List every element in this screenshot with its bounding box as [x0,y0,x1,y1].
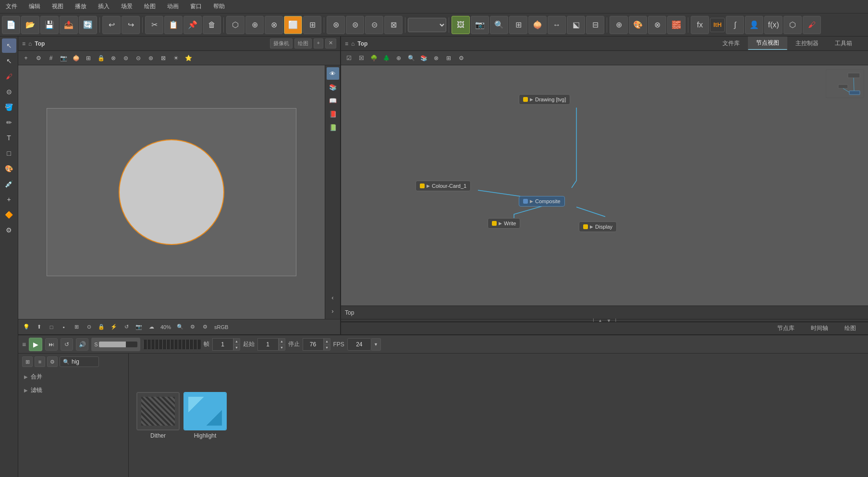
vp-plus2-btn[interactable]: ⊠ [158,52,169,64]
nt-check-btn[interactable]: ☑ [343,52,355,64]
paste-btn[interactable]: 📌 [183,16,202,34]
play-button[interactable]: ▶ [29,338,42,351]
open-file-btn[interactable]: 📂 [21,16,39,34]
fps-input[interactable] [347,338,371,351]
vb-flash-btn[interactable]: ⚡ [109,322,119,332]
vb-settings2-btn[interactable]: ⚙ [200,322,210,332]
vb-settings-btn[interactable]: ⚙ [187,322,198,332]
layer-add-icon[interactable]: ⊞ [22,356,33,367]
node-menu-icon[interactable]: ≡ [345,40,348,47]
node-display[interactable]: ▶ Display [579,221,617,232]
layer-item-merge[interactable]: ▶ 合并 [22,370,124,383]
onion-skin-btn[interactable]: 🧅 [528,16,547,34]
viewport-menu-icon[interactable]: ≡ [22,40,25,47]
tab-drawing-bottom[interactable]: 绘图 [836,322,864,335]
export-btn[interactable]: 📤 [60,16,78,34]
layer-add-btn[interactable]: ⊕ [610,16,628,34]
layer-item-filter[interactable]: ▶ 滤镜 [22,383,124,397]
pivot-btn[interactable]: ⊞ [303,16,321,34]
vb-rect-btn[interactable]: □ [46,322,57,332]
viewport-canvas[interactable] [18,65,325,319]
cut-btn[interactable]: ✂ [145,16,163,34]
stack3-btn[interactable]: 📕 [327,108,339,120]
menu-draw[interactable]: 绘图 [142,1,158,12]
vb-zoom-btn[interactable]: 🔍 [175,322,185,332]
vb-light-btn[interactable]: 💡 [21,322,32,332]
vp-bone-btn[interactable]: ⊗ [108,52,119,64]
render-btn[interactable]: 🖼 [452,16,470,34]
deform-tool[interactable]: 🔶 [2,208,16,222]
vp-light-btn[interactable]: ☀ [170,52,182,64]
drawing-btn[interactable]: 绘图 [294,38,312,49]
rigging-tool[interactable]: ⚙ [2,223,16,237]
start-up[interactable]: ▲ [279,338,285,344]
start-input[interactable] [257,338,279,351]
anim-btn[interactable]: ⬡ [783,16,802,34]
vp-transform-btn[interactable]: ⊞ [83,52,94,64]
deform-btn[interactable]: ⊗ [648,16,666,34]
vb-layout-btn[interactable]: ⊞ [71,322,82,332]
menu-help[interactable]: 帮助 [211,1,227,12]
camera-view-btn[interactable]: 📷 [471,16,489,34]
thumb-item-dither[interactable]: Dither [136,392,180,439]
s-slider[interactable] [99,342,137,347]
keyframe-btn[interactable]: ⊠ [384,16,403,34]
node-home-icon[interactable]: ⌂ [351,40,355,47]
brush-tool[interactable]: 🖌 [2,69,16,84]
tab-node-library[interactable]: 节点库 [769,322,803,335]
transform-btn[interactable]: ⬡ [226,16,245,34]
scrubber[interactable] [143,340,201,349]
frame-down[interactable]: ▼ [233,344,240,351]
chevron-left-btn[interactable]: ‹ [327,291,339,304]
vp-lock-btn[interactable]: 🔒 [95,52,107,64]
person-btn[interactable]: 👤 [745,16,763,34]
vb-refresh-btn[interactable]: ↺ [121,322,132,332]
node-canvas[interactable]: ▶ Drawing [tvg] ▶ Colour-Card_1 ▶ [341,65,868,306]
close-viewport-btn[interactable]: ✕ [325,38,336,49]
undo-btn[interactable]: ↩ [102,16,121,34]
vp-camera-btn[interactable]: 📷 [58,52,69,64]
expr-btn[interactable]: f(x) [764,16,782,34]
menu-edit[interactable]: 编辑 [27,1,42,12]
zoom-to-fit-btn[interactable]: 🔍 [490,16,508,34]
end-input[interactable] [303,338,324,351]
eyedrop-tool[interactable]: 💉 [2,177,16,191]
display-dropdown[interactable] [408,18,446,32]
vp-key-btn[interactable]: ⊝ [133,52,144,64]
eye-layer-btn[interactable]: 👁 [327,67,339,80]
rig-btn[interactable]: 🧱 [667,16,685,34]
rotate-btn[interactable]: ⊗ [265,16,283,34]
audio-btn[interactable]: 🔊 [76,338,88,351]
paint-tool[interactable]: 🎨 [2,161,16,176]
stack1-btn[interactable]: 📚 [327,81,339,93]
tab-node-view[interactable]: 节点视图 [748,37,787,50]
vp-arrow-btn[interactable]: ⊛ [145,52,157,64]
search-input[interactable] [72,358,96,365]
menu-file[interactable]: 文件 [4,1,19,12]
menu-insert[interactable]: 插入 [96,1,111,12]
menu-play[interactable]: 播放 [73,1,88,12]
viewport-home-icon[interactable]: ⌂ [28,40,32,47]
tab-master-controller[interactable]: 主控制器 [787,37,827,50]
redo-btn[interactable]: ↪ [122,16,140,34]
stack4-btn[interactable]: 📗 [327,121,339,134]
rect-tool[interactable]: □ [2,146,16,160]
chevron-right-btn[interactable]: › [327,305,339,317]
copy-btn[interactable]: 📋 [164,16,183,34]
flip-btn[interactable]: ↔ [548,16,566,34]
fx-btn[interactable]: fx [691,16,709,34]
menu-animate[interactable]: 动画 [165,1,181,12]
fps-dropdown-btn[interactable]: ▼ [371,338,381,351]
end-down[interactable]: ▼ [324,344,330,351]
camera-btn[interactable]: 摄像机 [270,38,293,49]
pencil-tool[interactable]: ✏ [2,115,16,130]
menu-scene[interactable]: 场景 [119,1,134,12]
vb-camera2-btn[interactable]: 📷 [134,322,144,332]
step-forward-btn[interactable]: ⏭ [45,338,58,351]
eraser-tool[interactable]: ⊝ [2,85,16,99]
vp-gear-btn[interactable]: ⚙ [33,52,44,64]
draw-btn[interactable]: ⬜ [284,16,302,34]
vp-star-btn[interactable]: ⭐ [183,52,194,64]
transform-tool[interactable]: ↖ [2,54,16,68]
thumb-item-highlight[interactable]: Highlight [183,392,227,439]
